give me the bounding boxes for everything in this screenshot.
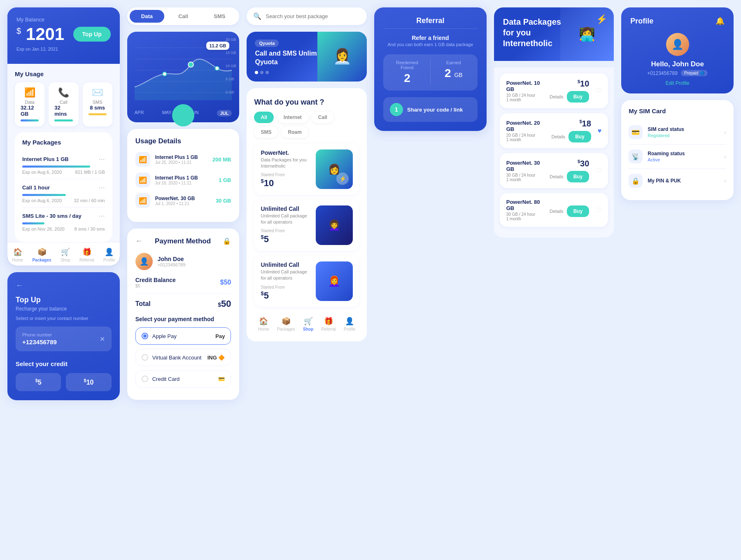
usage-data: 📶 Data 32.12 GB bbox=[15, 82, 44, 126]
nav-packages[interactable]: 📦Packages bbox=[32, 247, 51, 262]
pkg-unlimited2-price: $5 bbox=[261, 290, 311, 301]
pkg-internet-dots[interactable]: ··· bbox=[99, 155, 105, 163]
usage-call: 📞 Call 32 mins bbox=[49, 82, 78, 126]
dpkg-20gb-heart[interactable]: ♥ bbox=[598, 127, 602, 135]
nav-referral[interactable]: 🎁Referral bbox=[79, 247, 94, 262]
ref-stat-friends: Reedemed Friend 2 bbox=[391, 60, 424, 85]
nav-home[interactable]: 🏠Home bbox=[12, 247, 23, 262]
usage-details-card: Usage Details 📶 Internet Plus 1 GB Jul 2… bbox=[127, 129, 240, 222]
month-jul[interactable]: JUL bbox=[217, 110, 232, 117]
ref-friends-val: 2 bbox=[391, 72, 424, 85]
topup-back-btn[interactable]: ← bbox=[16, 281, 23, 290]
promo-badge: Qyuota bbox=[255, 40, 279, 47]
call-type: Call bbox=[60, 100, 68, 105]
pkg-unlimited2-desc: Unlimited Call package for all operators bbox=[261, 269, 311, 282]
search-bar[interactable]: 🔍 bbox=[247, 7, 367, 25]
pm-select-title: Select your payment method bbox=[135, 316, 231, 322]
dpkg-80gb-buy-btn[interactable]: Buy bbox=[567, 205, 590, 217]
pkg-call-exp: Exp on Aug 6, 2020 bbox=[22, 198, 62, 203]
data-bar bbox=[21, 119, 39, 121]
nav3-profile[interactable]: 👤Profile bbox=[344, 317, 355, 331]
pin-puk-item[interactable]: 🔒 My PIN & PUK › bbox=[629, 169, 726, 193]
dpkg-80gb-heart[interactable]: ♡ bbox=[596, 206, 601, 214]
nav3-shop[interactable]: 🛒Shop bbox=[303, 317, 313, 331]
dpkg-30gb-sub2: 1 month bbox=[506, 177, 545, 182]
profile-edit-btn[interactable]: Edit Profile bbox=[630, 80, 725, 86]
pkg-internet-usage: 821 MB / 1 GB bbox=[75, 170, 105, 175]
green-ball-decor bbox=[172, 104, 194, 126]
bell-icon[interactable]: 🔔 bbox=[715, 16, 725, 26]
dpkg-20gb-info: PowerNet. 20 GB 20 GB / 24 hour 1 month bbox=[506, 120, 547, 142]
topup-button[interactable]: Top Up bbox=[73, 27, 111, 42]
sim-status-item[interactable]: 💳 SIM card status Registered › bbox=[629, 120, 726, 145]
search-input[interactable] bbox=[266, 13, 360, 19]
pkg-call-dots[interactable]: ··· bbox=[99, 183, 105, 192]
filter-call[interactable]: Call bbox=[312, 112, 334, 123]
credit-10[interactable]: $10 bbox=[66, 373, 111, 391]
ud-date-2: Jul 18, 2020 • 11:21 bbox=[155, 181, 214, 185]
profile-phone: +0123456789 bbox=[647, 70, 678, 76]
credit-5[interactable]: $5 bbox=[16, 373, 61, 391]
ref-stats: Reedemed Friend 2 Earned 2 GB bbox=[383, 54, 478, 91]
nav3-home[interactable]: 🏠Home bbox=[258, 317, 269, 331]
pm-option-cc[interactable]: Credit Card 💳 bbox=[135, 370, 231, 387]
pm-balance-row: Credit Balance $5 $50 bbox=[135, 277, 231, 288]
nav-profile[interactable]: 👤Profile bbox=[103, 247, 115, 262]
dpkg-30gb-buy-btn[interactable]: Buy bbox=[567, 171, 590, 182]
pkg-card-unlimited2: Unlimited Call Unlimited Call package fo… bbox=[254, 256, 359, 307]
pkg-unlimited1-info: Unlimited Call Unlimited Call package fo… bbox=[261, 205, 311, 245]
payment-card: ← Payment Method 🔒 👤 John Doe +012345678… bbox=[127, 229, 240, 400]
dpkg-10gb-btns: Details Buy bbox=[550, 91, 589, 103]
pkg-sms-bar bbox=[22, 222, 44, 224]
pkg-unlimited2-img: 👩‍🦰 bbox=[316, 261, 353, 301]
data-pkg-list: PowerNet. 10 GB 10 GB / 24 hour 1 month … bbox=[494, 68, 614, 238]
pkg-unlimited1-name: Unlimited Call bbox=[261, 205, 311, 212]
filter-internet[interactable]: Internet bbox=[277, 112, 308, 123]
month-may: MAY bbox=[162, 110, 172, 117]
pin-puk-chevron: › bbox=[724, 177, 726, 184]
dpkg-20gb-buy-btn[interactable]: Buy bbox=[569, 131, 591, 142]
filter-roam[interactable]: Roam bbox=[281, 126, 308, 138]
ud-item-2: 📶 Internet Plus 1 GB Jul 18, 2020 • 11:2… bbox=[135, 173, 231, 187]
tab-data[interactable]: Data bbox=[130, 10, 164, 23]
roaming-chevron: › bbox=[724, 153, 726, 160]
nav3-packages[interactable]: 📦Packages bbox=[277, 317, 295, 331]
dpkg-30gb-heart[interactable]: ♡ bbox=[596, 167, 601, 175]
dpkg-20gb: PowerNet. 20 GB 20 GB / 24 hour 1 month … bbox=[500, 113, 608, 148]
dpkg-30gb-detail-btn[interactable]: Details bbox=[550, 174, 564, 179]
profile-badge: Prepaid 🔵 bbox=[681, 70, 708, 76]
pm-option-ing[interactable]: Virtual Bank Account ING 🔶 bbox=[135, 349, 231, 366]
pm-back-btn[interactable]: ← bbox=[135, 237, 143, 245]
credit-row: $5 $10 bbox=[16, 373, 112, 391]
dpkg-10gb-heart[interactable]: ♡ bbox=[596, 87, 601, 95]
pkg-unlimited2-info: Unlimited Call Unlimited Call package fo… bbox=[261, 261, 311, 301]
pkg-sms-dots[interactable]: ··· bbox=[99, 212, 105, 220]
filter-all[interactable]: All bbox=[254, 112, 273, 123]
topup-card: ← Top Up Recharge your balance Select or… bbox=[7, 272, 120, 400]
pkg-internet: Internet Plus 1 GB ··· Exp on Aug 6, 202… bbox=[22, 151, 105, 179]
dpkg-20gb-detail-btn[interactable]: Details bbox=[552, 134, 566, 139]
tab-call[interactable]: Call bbox=[166, 10, 200, 23]
promo-img: 👩‍💼 bbox=[317, 32, 367, 82]
tab-sms[interactable]: SMS bbox=[202, 10, 237, 23]
ref-share-row[interactable]: 1 Share your code / link bbox=[383, 97, 478, 122]
data-call-sms-tabs[interactable]: Data Call SMS bbox=[127, 7, 240, 25]
svg-point-5 bbox=[163, 72, 166, 76]
dpkg-10gb-buy-btn[interactable]: Buy bbox=[567, 91, 590, 103]
phone-clear-btn[interactable]: ✕ bbox=[100, 335, 105, 343]
ud-val-1: 200 MB bbox=[212, 156, 231, 163]
nav3-referral[interactable]: 🎁Referral bbox=[321, 317, 336, 331]
roaming-item[interactable]: 📡 Roaming status Active › bbox=[629, 145, 726, 169]
profile-card: Profile 🔔 👤 Hello, John Doe +0123456789 … bbox=[621, 7, 734, 93]
pkg-sms-usage: 8 sms / 30 sms bbox=[75, 226, 105, 231]
roaming-info: Roaming status Active bbox=[648, 151, 719, 162]
ref-sub-desc: And you can both earn 1 GB data package bbox=[383, 42, 478, 47]
pkg-card-unlimited1: Unlimited Call Unlimited Call package fo… bbox=[254, 200, 359, 251]
dpkg-10gb-detail-btn[interactable]: Details bbox=[550, 94, 564, 99]
pm-option-apple[interactable]: Apple Pay Pay bbox=[135, 327, 231, 345]
filter-sms[interactable]: SMS bbox=[254, 126, 278, 138]
search-icon: 🔍 bbox=[253, 12, 261, 20]
nav-shop[interactable]: 🛒Shop bbox=[61, 247, 70, 262]
dpkg-80gb: PowerNet. 80 GB 30 GB / 24 hour 1 month … bbox=[500, 193, 608, 227]
dpkg-80gb-detail-btn[interactable]: Details bbox=[550, 209, 564, 214]
